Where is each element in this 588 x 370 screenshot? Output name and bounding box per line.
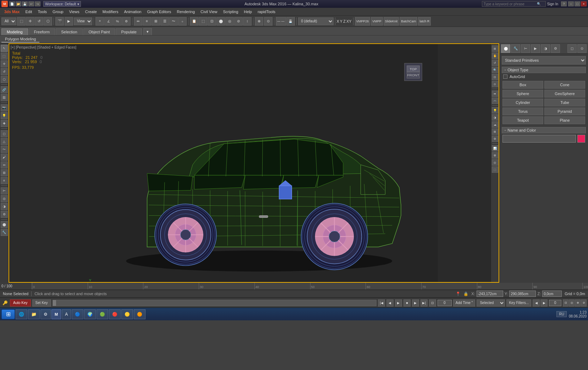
nav-btn-3[interactable]: ⊕ — [575, 299, 581, 307]
align-tool[interactable]: ≡ — [1, 177, 8, 184]
geosphere-btn[interactable]: GeoSphere — [544, 90, 585, 98]
paint-icon[interactable]: 🖌 — [1, 154, 8, 161]
hierarchy-icon[interactable]: ⊢ — [1, 187, 8, 194]
nav-btn-1[interactable]: ⊡ — [563, 299, 568, 307]
taskbar-app-a[interactable]: A — [62, 309, 71, 319]
geometry-icon[interactable]: ◻ — [1, 130, 8, 137]
menu-scripting[interactable]: Scripting — [220, 9, 241, 15]
taskbar-app-f[interactable]: 🟠 — [134, 309, 145, 319]
tab-populate[interactable]: Populate — [116, 28, 142, 35]
paint-select[interactable]: ⬤ — [216, 17, 225, 26]
walkthrough-btn[interactable]: ➡ — [492, 90, 498, 97]
x-coord-input[interactable] — [477, 291, 503, 297]
taskbar-app-b[interactable]: 🔵 — [72, 309, 83, 319]
menu-3dsmax[interactable]: 3ds Max — [1, 9, 22, 15]
menu-modifiers[interactable]: Modifiers — [100, 9, 121, 15]
menu-rapid-tools[interactable]: rapidTools — [255, 9, 278, 15]
key-btn-2[interactable]: ▶ — [540, 299, 548, 307]
start-button[interactable]: ⊞ — [1, 309, 15, 319]
vmpp2[interactable]: VMPP — [371, 17, 383, 26]
primitives-dropdown[interactable]: Standard Primitives — [502, 56, 586, 65]
modify-icon[interactable]: 🔧 — [1, 229, 8, 236]
pan-btn[interactable]: ✋ — [492, 53, 498, 59]
name-color-header[interactable]: − Name and Color — [502, 127, 586, 133]
lock-icon[interactable]: 🔒 — [463, 292, 468, 296]
taskbar-app-explorer[interactable]: 📁 — [28, 309, 40, 319]
nav-btn-2[interactable]: ◎ — [569, 299, 575, 307]
subtab-polygon-modeling[interactable]: Polygon Modeling — [1, 36, 39, 43]
taskbar-app-3dsmax[interactable]: M — [51, 309, 61, 319]
tab-modeling[interactable]: Modeling — [1, 28, 28, 35]
cylinder-btn[interactable]: Cylinder — [502, 99, 543, 106]
select-tool[interactable]: ⬚ — [17, 17, 26, 26]
auto-key-btn[interactable]: Auto Key — [10, 299, 31, 307]
panel-tab-hierarchy[interactable]: ⊢ — [521, 44, 530, 53]
tab-selection[interactable]: Selection — [56, 28, 82, 35]
panel-tab-create[interactable]: ⬤ — [501, 44, 510, 53]
mirror-tool[interactable]: ⇔ — [1, 161, 8, 169]
vp-xray-btn[interactable]: ☢ — [492, 152, 498, 159]
render-setup[interactable]: 🎬 — [55, 17, 64, 26]
array-icon[interactable]: ⊞ — [1, 169, 8, 176]
menu-help[interactable]: Help — [241, 9, 255, 15]
menu-group[interactable]: Group — [50, 9, 66, 15]
panel-tab-utilities[interactable]: ⚙ — [551, 44, 560, 53]
undo-btn[interactable]: ↩ — [28, 1, 34, 6]
color-swatch[interactable] — [577, 135, 585, 143]
panel-tab-modify[interactable]: 🔧 — [511, 44, 520, 53]
scene-icon[interactable]: ⬤ — [1, 221, 8, 228]
select-by-name[interactable]: 📋 — [190, 17, 198, 26]
shapes-icon[interactable]: △ — [1, 138, 8, 145]
help-icon[interactable]: ? — [561, 1, 567, 6]
camera-icon[interactable]: 📷 — [1, 104, 8, 111]
menu-edit[interactable]: Edit — [22, 9, 35, 15]
save-named[interactable]: 💾 — [286, 17, 295, 26]
viewport[interactable]: [+] [Perspective] [Shaded + Edged Faces]… — [9, 43, 499, 283]
maximize-vp-btn[interactable]: ⊞ — [492, 45, 498, 52]
y-coord-input[interactable] — [509, 291, 536, 297]
search-box[interactable]: 🔍 — [482, 1, 546, 7]
field-of-view-btn[interactable]: ⊙ — [492, 81, 498, 87]
panel-tab-motion[interactable]: ▶ — [531, 44, 540, 53]
select-region[interactable]: ⬚ — [199, 17, 207, 26]
isolate[interactable]: ◎ — [225, 17, 234, 26]
taskbar-app-chrome[interactable]: 🟢 — [97, 309, 108, 319]
move-tool[interactable]: ✛ — [26, 17, 34, 26]
tab-freeform[interactable]: Freeform — [29, 28, 55, 35]
animation-track[interactable] — [53, 300, 377, 306]
motion-icon[interactable]: ◎ — [1, 195, 8, 202]
menu-create[interactable]: Create — [82, 9, 100, 15]
cone-btn[interactable]: Cone — [544, 81, 585, 89]
move-icon[interactable]: ✛ — [1, 60, 8, 67]
teapot-btn[interactable]: Teapot — [502, 116, 543, 124]
link-icon[interactable]: 🔗 — [1, 86, 8, 93]
view-dropdown[interactable]: View — [74, 17, 92, 25]
vp-isolation-btn[interactable]: ◎ — [492, 159, 498, 166]
plane-btn[interactable]: Plane — [544, 116, 585, 124]
z-coord-input[interactable] — [542, 291, 562, 297]
spinner-snap[interactable]: ⚙ — [122, 17, 131, 26]
pyramid-btn[interactable]: Pyramid — [544, 107, 585, 115]
affect-pivot[interactable]: ⊙ — [264, 17, 273, 26]
key-number-input[interactable] — [549, 300, 561, 306]
latch[interactable]: latch R — [418, 17, 431, 26]
sub-selection-icon[interactable]: ⬚ — [1, 53, 8, 60]
all-dropdown[interactable]: All — [1, 17, 16, 25]
schematic[interactable]: ⬦ — [178, 17, 187, 26]
vp-stats-btn[interactable]: 📊 — [492, 145, 498, 151]
zoom-ext-btn[interactable]: ⊡ — [492, 74, 498, 80]
align-btn[interactable]: ≡ — [143, 17, 151, 26]
vp-shadows-btn[interactable]: ☁ — [492, 121, 498, 128]
spline-icon[interactable]: 〜 — [1, 146, 8, 153]
stop-btn[interactable]: ■ — [403, 299, 411, 307]
prev-key-btn[interactable]: |◀ — [378, 299, 385, 307]
vmpp1[interactable]: VMPP26 — [355, 17, 370, 26]
new-btn[interactable]: 📄 — [9, 1, 15, 6]
helper-icon[interactable]: ✚ — [1, 120, 8, 127]
taskbar-app-ie[interactable]: 🌐 — [16, 309, 27, 319]
name-input[interactable] — [502, 135, 576, 143]
slideknit[interactable]: SlideKnit — [384, 17, 399, 26]
object-type-header[interactable]: − Object Type — [502, 67, 586, 73]
select-object-icon[interactable]: ↖ — [1, 45, 8, 52]
angle-snap[interactable]: ∠ — [104, 17, 113, 26]
